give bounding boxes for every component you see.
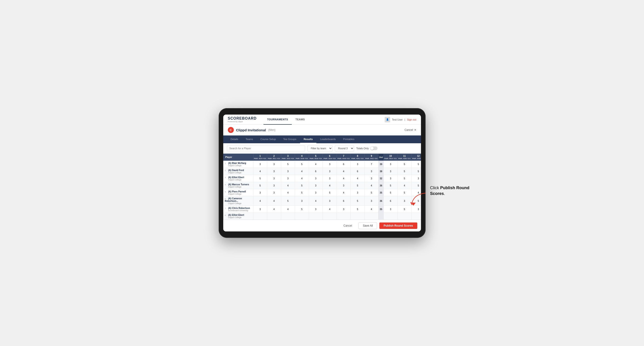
score-out-5[interactable] [309, 175, 323, 182]
score-out-6[interactable] [323, 175, 337, 182]
score-in-1[interactable] [384, 175, 398, 182]
score-out-7[interactable] [336, 189, 350, 196]
score-out-4[interactable] [295, 196, 309, 206]
score-out-8[interactable] [350, 189, 365, 196]
score-out-9[interactable] [364, 175, 378, 182]
score-out-2[interactable] [267, 196, 281, 206]
score-in-3[interactable] [411, 161, 421, 168]
score-out-9[interactable] [364, 189, 378, 196]
tab-details[interactable]: Details [227, 136, 242, 143]
tab-results[interactable]: Results [300, 136, 316, 143]
score-out-3[interactable] [281, 182, 295, 189]
score-out-3[interactable] [281, 168, 295, 175]
score-out-4[interactable] [295, 175, 309, 182]
score-out-1[interactable] [253, 189, 267, 196]
score-in-3[interactable] [411, 182, 421, 189]
save-all-button[interactable]: Save All [358, 222, 377, 229]
toggle-switch[interactable] [370, 147, 378, 150]
score-out-1[interactable] [253, 161, 267, 168]
score-out-9[interactable] [364, 206, 378, 213]
score-out-2[interactable] [267, 189, 281, 196]
publish-round-scores-button[interactable]: Publish Round Scores [379, 222, 417, 229]
score-out-3[interactable] [281, 189, 295, 196]
score-out-3[interactable] [281, 196, 295, 206]
score-out-9[interactable] [364, 182, 378, 189]
score-in-3[interactable] [411, 206, 421, 213]
score-out-6[interactable] [323, 182, 337, 189]
cancel-tournament-button[interactable]: Cancel ✕ [404, 128, 416, 132]
score-in-1[interactable] [384, 168, 398, 175]
score-in-2[interactable] [398, 175, 412, 182]
score-out-7[interactable] [336, 196, 350, 206]
score-out-5[interactable] [309, 168, 323, 175]
score-out-1[interactable] [253, 182, 267, 189]
tab-course-setup[interactable]: Course Setup [257, 136, 280, 143]
score-out-7[interactable] [336, 206, 350, 213]
score-out-6[interactable] [323, 189, 337, 196]
score-out-2[interactable] [267, 206, 281, 213]
score-out-3[interactable] [281, 206, 295, 213]
score-in-1[interactable] [384, 206, 398, 213]
cancel-button[interactable]: Cancel [339, 222, 356, 229]
score-in-2[interactable] [398, 161, 412, 168]
score-out-5[interactable] [309, 161, 323, 168]
score-out-3[interactable] [281, 161, 295, 168]
score-out-1[interactable] [253, 168, 267, 175]
score-out-5[interactable] [309, 182, 323, 189]
score-out-4[interactable] [295, 189, 309, 196]
signout-link[interactable]: Sign out [407, 118, 416, 121]
score-in-2[interactable] [398, 206, 412, 213]
score-out-7[interactable] [336, 161, 350, 168]
tab-printables[interactable]: Printables [339, 136, 358, 143]
tab-teams[interactable]: Teams [242, 136, 256, 143]
score-out-8[interactable] [350, 196, 365, 206]
score-in-2[interactable] [398, 182, 412, 189]
score-out-6[interactable] [323, 196, 337, 206]
score-out-6[interactable] [323, 168, 337, 175]
score-out-1[interactable] [253, 196, 267, 206]
tab-leaderboards[interactable]: Leaderboards [316, 136, 339, 143]
score-out-9[interactable] [364, 196, 378, 206]
score-out-8[interactable] [350, 206, 365, 213]
score-in-1[interactable] [384, 161, 398, 168]
score-out-3[interactable] [281, 175, 295, 182]
score-out-2[interactable] [267, 175, 281, 182]
score-out-2[interactable] [267, 182, 281, 189]
tab-tee-groups[interactable]: Tee Groups [280, 136, 300, 143]
score-in-1[interactable] [384, 196, 398, 206]
score-out-4[interactable] [295, 168, 309, 175]
score-out-2[interactable] [267, 168, 281, 175]
score-out-4[interactable] [295, 161, 309, 168]
search-input[interactable] [227, 145, 305, 151]
score-out-1[interactable] [253, 175, 267, 182]
totals-only-toggle[interactable]: Totals Only [356, 147, 378, 150]
score-out-5[interactable] [309, 189, 323, 196]
score-out-9[interactable] [364, 168, 378, 175]
nav-teams[interactable]: TEAMS [292, 115, 308, 125]
round-select[interactable]: Round 3 [335, 145, 354, 152]
score-out-5[interactable] [309, 206, 323, 213]
score-in-3[interactable] [411, 168, 421, 175]
score-out-7[interactable] [336, 182, 350, 189]
score-out-2[interactable] [267, 161, 281, 168]
score-out-1[interactable] [253, 206, 267, 213]
score-out-8[interactable] [350, 168, 365, 175]
score-out-7[interactable] [336, 175, 350, 182]
score-in-1[interactable] [384, 189, 398, 196]
filter-by-team-select[interactable]: Filter by team [308, 145, 332, 152]
score-out-9[interactable] [364, 161, 378, 168]
score-out-7[interactable] [336, 168, 350, 175]
score-out-4[interactable] [295, 182, 309, 189]
nav-tournaments[interactable]: TOURNAMENTS [264, 115, 292, 125]
score-out-6[interactable] [323, 206, 337, 213]
score-in-2[interactable] [398, 168, 412, 175]
score-out-8[interactable] [350, 161, 365, 168]
score-in-1[interactable] [384, 182, 398, 189]
score-out-5[interactable] [309, 196, 323, 206]
score-out-6[interactable] [323, 161, 337, 168]
score-out-8[interactable] [350, 182, 365, 189]
score-in-3[interactable] [411, 175, 421, 182]
score-out-8[interactable] [350, 175, 365, 182]
out-total: 36 [378, 182, 384, 189]
score-out-4[interactable] [295, 206, 309, 213]
